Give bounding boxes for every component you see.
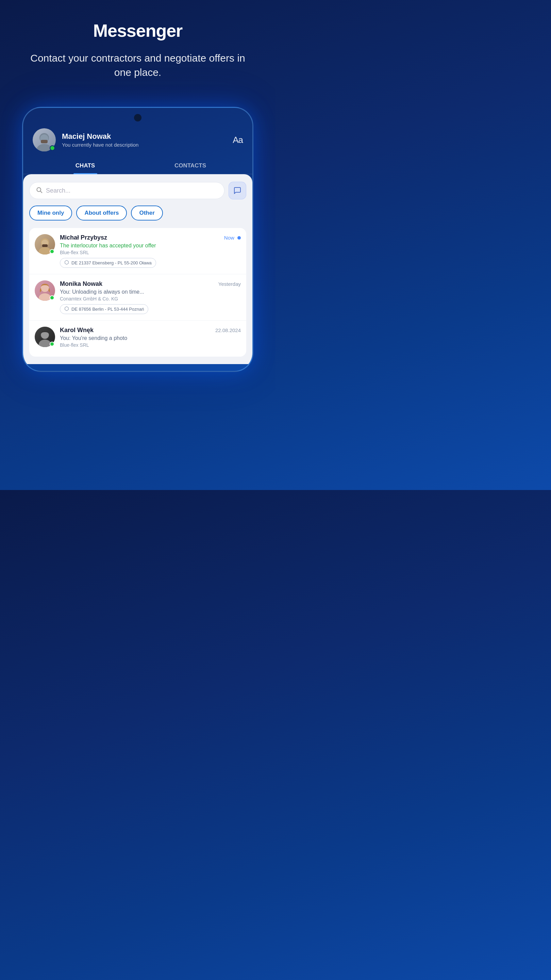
tab-chats[interactable]: CHATS <box>33 158 138 174</box>
route-text-monika: DE 87656 Berlin - PL 53-444 Poznań <box>71 307 144 312</box>
chat-list: Michał Przybysz Now The interlocutor has… <box>29 228 246 356</box>
font-size-button[interactable]: Aa <box>233 135 243 145</box>
chat-name-karol: Karol Wnęk <box>60 327 94 334</box>
filter-pills: Mine only About offers Other <box>29 205 246 221</box>
chat-preview-monika: You: Unloading is always on time... <box>60 289 241 295</box>
chat-item-monika[interactable]: Monika Nowak Yesterday You: Unloading is… <box>29 274 246 321</box>
hero-subtitle: Contact your contractors and negotiate o… <box>22 51 253 80</box>
chat-avatar-wrap-monika <box>35 280 55 301</box>
chat-online-monika <box>50 295 54 300</box>
profile-online-indicator <box>50 145 55 151</box>
search-placeholder-text: Search... <box>46 187 70 194</box>
chat-item-karol[interactable]: Karol Wnęk 22.08.2024 You: You're sendin… <box>29 321 246 356</box>
avatar-wrapper <box>33 128 56 151</box>
chat-avatar-wrap-karol <box>35 327 55 347</box>
filter-about-offers[interactable]: About offers <box>76 205 127 221</box>
chat-online-michal <box>50 249 54 254</box>
compose-button[interactable] <box>229 182 246 199</box>
search-input-wrap[interactable]: Search... <box>29 182 224 199</box>
chat-company-monika: Conamtex GmbH & Co. KG <box>60 296 241 301</box>
hero-section: Messenger Contact your contractors and n… <box>0 0 275 93</box>
chat-time-monika: Yesterday <box>218 281 241 287</box>
chat-time-michal: Now <box>224 235 241 240</box>
chat-preview-michal: The interlocutor has accepted your offer <box>60 243 241 249</box>
search-row: Search... <box>29 182 246 199</box>
hero-title: Messenger <box>14 21 262 41</box>
svg-point-7 <box>39 247 51 255</box>
chat-time-karol: 22.08.2024 <box>215 327 241 333</box>
route-text-michal: DE 21337 Ebensberg - PL 55-200 Oława <box>71 260 152 266</box>
phone-mockup: Maciej Nowak You currently have not desc… <box>22 107 253 372</box>
unread-dot-michal <box>237 236 241 240</box>
chat-name-row-michal: Michał Przybysz Now <box>60 234 241 241</box>
svg-line-5 <box>40 191 42 193</box>
svg-rect-3 <box>41 140 48 143</box>
chat-body-michal: Michał Przybysz Now The interlocutor has… <box>60 234 241 268</box>
profile-status: You currently have not description <box>62 142 233 148</box>
svg-point-11 <box>39 293 51 301</box>
chat-body-monika: Monika Nowak Yesterday You: Unloading is… <box>60 280 241 314</box>
route-badge-monika: DE 87656 Berlin - PL 53-444 Poznań <box>60 304 148 314</box>
tab-contacts[interactable]: CONTACTS <box>138 158 243 174</box>
chat-company-karol: Blue-flex SRL <box>60 342 241 348</box>
chat-avatar-wrap-michal <box>35 234 55 255</box>
phone-frame: Maciej Nowak You currently have not desc… <box>22 107 253 372</box>
profile-name: Maciej Nowak <box>62 132 233 141</box>
phone-notch <box>23 108 252 125</box>
route-box-icon-monika <box>64 306 69 312</box>
svg-point-13 <box>39 340 51 347</box>
tabs-bar: CHATS CONTACTS <box>23 158 252 174</box>
chat-online-karol <box>50 342 54 347</box>
chat-name-row-monika: Monika Nowak Yesterday <box>60 280 241 288</box>
route-box-icon-michal <box>64 260 69 266</box>
chat-company-michal: Blue-flex SRL <box>60 250 241 255</box>
search-icon <box>36 186 43 195</box>
chat-body-karol: Karol Wnęk 22.08.2024 You: You're sendin… <box>60 327 241 350</box>
chat-name-michal: Michał Przybysz <box>60 234 107 241</box>
camera-notch <box>134 114 141 121</box>
filter-mine-only[interactable]: Mine only <box>29 205 72 221</box>
content-area: Search... Mine only About offers Other <box>23 174 252 364</box>
profile-header: Maciej Nowak You currently have not desc… <box>23 125 252 158</box>
profile-info: Maciej Nowak You currently have not desc… <box>62 132 233 148</box>
svg-rect-9 <box>42 244 48 247</box>
chat-name-monika: Monika Nowak <box>60 280 102 288</box>
chat-item-michal[interactable]: Michał Przybysz Now The interlocutor has… <box>29 228 246 274</box>
filter-other[interactable]: Other <box>131 205 163 221</box>
chat-preview-karol: You: You're sending a photo <box>60 335 241 341</box>
route-badge-michal: DE 21337 Ebensberg - PL 55-200 Oława <box>60 258 156 268</box>
chat-name-row-karol: Karol Wnęk 22.08.2024 <box>60 327 241 334</box>
